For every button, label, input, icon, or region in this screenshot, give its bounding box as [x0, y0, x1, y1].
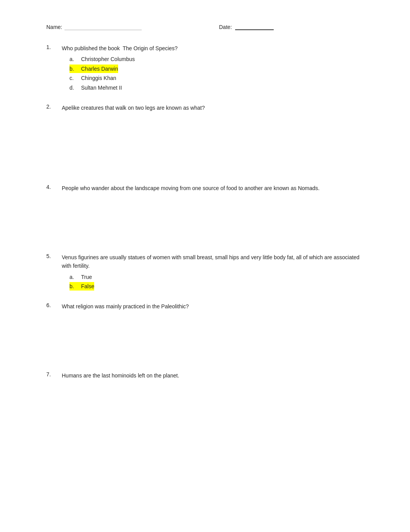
question-5-options: a. True b. False: [69, 273, 364, 291]
option-1d-letter: d.: [69, 83, 81, 92]
question-6-number: 6.: [46, 302, 62, 308]
header-row: Name: Date:: [46, 23, 364, 30]
question-4-text-block: People who wander about the landscape mo…: [62, 184, 364, 192]
option-1c-letter: c.: [69, 74, 81, 82]
option-5a-letter: a.: [69, 273, 81, 281]
option-1c: c. Chinggis Khan: [69, 74, 364, 82]
page: Name: Date: 1. Who published the book Th…: [0, 0, 410, 532]
option-1b-letter: b.: [69, 65, 81, 73]
option-1d: d. Sultan Mehmet II: [69, 83, 364, 92]
question-5-text: Venus figurines are usually statues of w…: [62, 254, 359, 269]
questions-list: 1. Who published the book The Origin of …: [46, 44, 364, 380]
question-1: 1. Who published the book The Origin of …: [46, 44, 364, 92]
question-4: 4. People who wander about the landscape…: [46, 184, 364, 241]
question-5-text-block: Venus figurines are usually statues of w…: [62, 253, 364, 270]
name-input-line: [64, 23, 142, 30]
question-7-number: 7.: [46, 371, 62, 377]
question-1-row: 1. Who published the book The Origin of …: [46, 44, 364, 53]
option-1b-text: Charles Darwin: [81, 65, 118, 73]
name-label: Name:: [46, 24, 62, 30]
option-5b-letter: b.: [69, 282, 81, 291]
question-6-text: What religion was mainly practiced in th…: [62, 302, 364, 311]
question-7: 7. Humans are the last hominoids left on…: [46, 371, 364, 380]
question-6-row: 6. What religion was mainly practiced in…: [46, 302, 364, 311]
option-1a-letter: a.: [69, 55, 81, 63]
question-7-text: Humans are the last hominoids left on th…: [62, 371, 364, 380]
question-7-row: 7. Humans are the last hominoids left on…: [46, 371, 364, 380]
option-5b-text: False: [81, 282, 94, 291]
date-label: Date:: [219, 24, 232, 30]
question-5: 5. Venus figurines are usually statues o…: [46, 253, 364, 291]
question-1-number: 1.: [46, 44, 62, 50]
question-2-row: 2. Apelike creatures that walk on two le…: [46, 104, 364, 112]
question-4-text: People who wander about the landscape mo…: [62, 185, 320, 191]
option-5a: a. True: [69, 273, 364, 281]
option-1a-text: Christopher Columbus: [81, 55, 135, 63]
option-5a-text: True: [81, 273, 92, 281]
option-5b: b. False: [69, 282, 364, 291]
question-6-answer-space: [46, 313, 364, 360]
question-1-options: a. Christopher Columbus b. Charles Darwi…: [69, 55, 364, 92]
question-4-row: 4. People who wander about the landscape…: [46, 184, 364, 192]
question-6: 6. What religion was mainly practiced in…: [46, 302, 364, 359]
date-input-line: [235, 23, 274, 30]
question-2: 2. Apelike creatures that walk on two le…: [46, 104, 364, 161]
option-1c-text: Chinggis Khan: [81, 74, 116, 82]
question-2-number: 2.: [46, 104, 62, 110]
question-1-text: Who published the book The Origin of Spe…: [62, 44, 364, 53]
question-2-answer-space: [46, 114, 364, 161]
question-5-row: 5. Venus figurines are usually statues o…: [46, 253, 364, 270]
question-5-number: 5.: [46, 253, 62, 259]
option-1b: b. Charles Darwin: [69, 65, 364, 73]
question-2-text: Apelike creatures that walk on two legs …: [62, 104, 364, 112]
option-1a: a. Christopher Columbus: [69, 55, 364, 63]
question-4-answer-space: [46, 195, 364, 241]
option-1d-text: Sultan Mehmet II: [81, 83, 122, 92]
question-4-number: 4.: [46, 184, 62, 190]
